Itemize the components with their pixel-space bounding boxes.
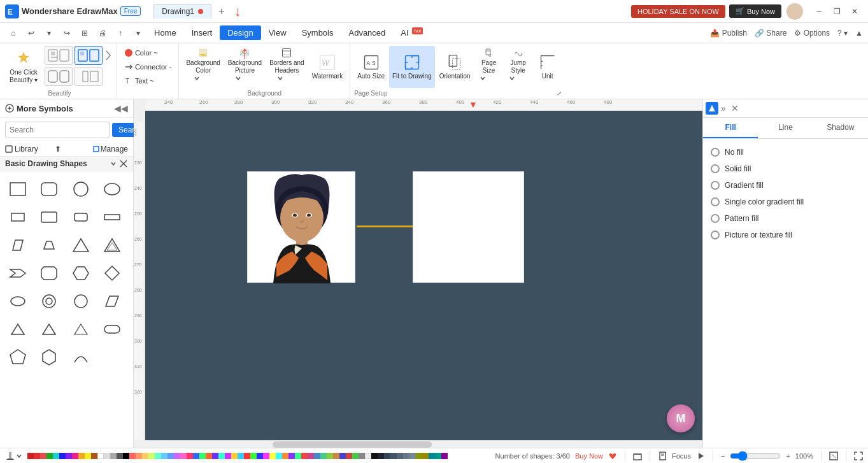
palette-c26[interactable] [288,453,295,459]
shape-arc[interactable] [68,345,94,370]
share-button[interactable]: 🔗 Share [755,29,786,38]
menu-symbols[interactable]: Symbols [294,25,341,40]
palette-color-red-dark[interactable] [27,453,34,459]
beautify-thumb-4[interactable] [75,67,103,86]
palette-color-dgray[interactable] [117,453,123,459]
shape-parallelogram2[interactable] [99,288,125,314]
export-dropdown[interactable]: ▾ [130,25,146,41]
page-size-button[interactable]: PageSize [475,46,503,88]
palette-c45[interactable] [409,453,416,459]
help-button[interactable]: ? ▾ [837,29,848,38]
no-fill-option[interactable]: No fill [703,144,868,160]
connector-dropdown-button[interactable]: Connector - [121,61,174,73]
shape-triangle-up[interactable] [68,232,94,258]
palette-color-blue[interactable] [59,453,66,459]
color-dropdown-button[interactable]: Color ~ [121,46,174,59]
shape-tri-sm2[interactable] [36,317,62,342]
picture-texture-option[interactable]: Picture or texture fill [703,227,868,243]
palette-c3[interactable] [142,453,148,459]
zoom-slider[interactable] [730,451,781,461]
palette-c31[interactable] [320,453,327,459]
palette-c8[interactable] [174,453,180,459]
palette-color-orange[interactable] [78,453,85,459]
gradient-fill-option[interactable]: Gradient fill [703,177,868,194]
shape-arc-rect[interactable] [99,317,125,342]
one-click-beautify-button[interactable]: One ClickBeautify ▾ [6,46,41,88]
palette-c32[interactable] [327,453,333,459]
manage-button[interactable]: Manage [93,145,128,153]
palette-color-purple[interactable] [66,453,72,459]
palette-color-mgray[interactable] [110,453,117,459]
library-expand-icon[interactable]: ⬆ [55,145,93,153]
scrollbar-thumb[interactable] [273,441,432,448]
palette-c16[interactable] [225,453,231,459]
holiday-sale-button[interactable]: HOLIDAY SALE ON NOW [631,5,725,18]
palette-c43[interactable] [397,453,403,459]
palette-c46[interactable] [416,453,422,459]
palette-c39[interactable] [371,453,378,459]
orientation-button[interactable]: Orientation [436,46,474,88]
shape-oval[interactable] [99,176,125,202]
shape-rect-wide[interactable] [99,204,125,230]
palette-c23[interactable] [269,453,276,459]
palette-color-lgray[interactable] [104,453,110,459]
palette-c36[interactable] [352,453,359,459]
background-color-button[interactable]: BackgroundColor [183,46,223,88]
export-button[interactable]: ↑ [112,25,129,41]
palette-c11[interactable] [193,453,199,459]
diagram-box-1[interactable] [247,171,355,283]
palette-color-brown[interactable] [91,453,97,459]
menu-advanced[interactable]: Advanced [341,25,393,40]
menu-view[interactable]: View [261,25,294,40]
pattern-fill-option[interactable]: Pattern fill [703,210,868,227]
shape-hex2[interactable] [36,345,62,370]
palette-c48[interactable] [429,453,435,459]
shape-pent[interactable] [5,345,31,370]
play-icon[interactable] [696,452,705,460]
palette-color-white[interactable] [97,453,104,459]
shape-rect-sm[interactable] [5,204,31,230]
palette-c12[interactable] [199,453,206,459]
borders-headers-button[interactable]: Borders andHeaders [266,46,307,88]
page-setup-expand[interactable]: ⤢ [557,90,562,97]
new-tab-button[interactable]: + [214,4,229,19]
print-button[interactable]: 🖨 [94,25,111,41]
panel-collapse-button[interactable]: ◀◀ [114,103,128,113]
minimize-button[interactable]: – [811,3,827,20]
palette-c19[interactable] [244,453,250,459]
palette-c27[interactable] [295,453,301,459]
palette-c38[interactable] [365,453,371,459]
shape-tri-sm[interactable] [5,317,31,342]
buy-now-button[interactable]: 🛒 Buy Now [729,4,781,18]
auto-size-button[interactable]: A S Auto Size [354,46,388,88]
beautify-thumb-2[interactable] [75,46,103,65]
palette-c5[interactable] [155,453,161,459]
watermark-button[interactable]: W Watermark [309,46,346,88]
menu-insert[interactable]: Insert [184,25,220,40]
close-button[interactable]: ✕ [846,3,863,20]
menu-ai[interactable]: AI hot [393,25,430,40]
palette-c13[interactable] [206,453,212,459]
search-input[interactable] [5,122,110,138]
palette-color-black[interactable] [123,453,129,459]
single-color-gradient-option[interactable]: Single color gradient fill [703,194,868,210]
jump-style-button[interactable]: JumpStyle [504,46,532,88]
palette-c40[interactable] [378,453,384,459]
palette-color-yellow[interactable] [85,453,91,459]
shape-ellipse2[interactable] [5,288,31,314]
undo-dropdown[interactable]: ▾ [41,25,57,41]
beautify-thumb-1[interactable] [45,46,73,65]
section-close-icon[interactable] [119,159,128,168]
palette-c25[interactable] [282,453,288,459]
redo-button[interactable]: ↪ [59,25,75,41]
format-panel-icon[interactable] [706,102,718,115]
line-tab[interactable]: Line [758,118,813,138]
shape-parallelogram[interactable] [5,232,31,258]
shape-rect-sm3[interactable] [68,204,94,230]
palette-c20[interactable] [250,453,257,459]
unit-button[interactable]: Unit [534,46,562,88]
palette-color-red2[interactable] [40,453,46,459]
palette-c30[interactable] [314,453,320,459]
fit-view-icon[interactable] [829,452,838,460]
palette-c6[interactable] [161,453,167,459]
